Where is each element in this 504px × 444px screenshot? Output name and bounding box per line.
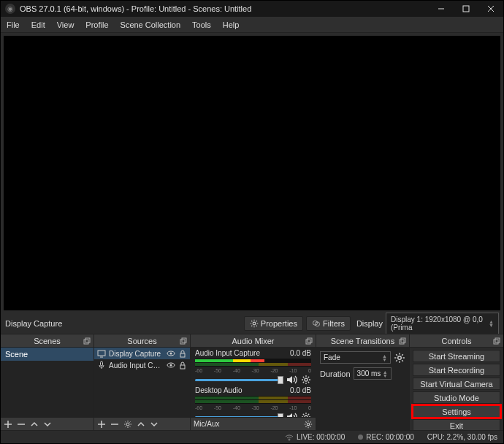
channel-db: 0.0 dB <box>290 386 311 394</box>
transitions-header: Scene Transitions <box>316 334 409 348</box>
obs-window: ◉ OBS 27.0.1 (64-bit, windows) - Profile… <box>0 0 504 444</box>
transitions-body: Fade ▲▼ Duration 300 ms ▲▼ <box>316 348 409 430</box>
meter-ticks: -60-50-40-30-20-100 <box>195 405 311 410</box>
channel-name: Audio Input Capture <box>195 349 260 357</box>
sources-list[interactable]: Display Capture Audio Input Captu... <box>94 348 190 417</box>
scene-up-button[interactable] <box>30 420 39 429</box>
svg-rect-16 <box>101 361 103 366</box>
display-select[interactable]: Display 1: 1920x1080 @ 0,0 (Prima ▲▼ <box>386 313 499 334</box>
channel-settings-icon[interactable] <box>301 412 311 417</box>
live-status: LIVE: 00:00:00 <box>285 433 345 441</box>
channel-db: 0.0 dB <box>290 349 311 357</box>
svg-rect-30 <box>495 338 500 342</box>
studio-mode-button[interactable]: Studio Mode <box>413 391 500 404</box>
slider-thumb[interactable] <box>278 376 283 384</box>
lock-icon[interactable] <box>178 349 187 358</box>
svg-point-14 <box>170 353 172 355</box>
settings-button[interactable]: Settings <box>413 405 500 418</box>
sources-dock: Sources Display Capture Audio Input Capt… <box>94 334 191 430</box>
svg-point-28 <box>398 356 402 359</box>
source-item[interactable]: Audio Input Captu... <box>94 359 190 371</box>
signal-icon <box>285 434 294 441</box>
menu-profile[interactable]: Profile <box>80 17 114 32</box>
lock-icon[interactable] <box>178 361 187 370</box>
duration-input[interactable]: 300 ms ▲▼ <box>354 367 392 380</box>
transition-select[interactable]: Fade ▲▼ <box>320 351 391 364</box>
minimize-button[interactable] <box>429 1 454 17</box>
exit-button[interactable]: Exit <box>413 419 500 430</box>
start-recording-button[interactable]: Start Recording <box>413 364 500 376</box>
source-down-button[interactable] <box>150 420 159 429</box>
source-up-button[interactable] <box>137 420 145 429</box>
menu-help[interactable]: Help <box>217 17 245 32</box>
filters-button[interactable]: Filters <box>306 316 351 331</box>
start-virtual-camera-button[interactable]: Start Virtual Camera <box>413 378 500 390</box>
svg-point-23 <box>305 378 308 381</box>
undock-icon[interactable] <box>493 337 500 345</box>
properties-button[interactable]: Properties <box>244 316 303 331</box>
add-source-button[interactable] <box>97 420 106 429</box>
undock-icon[interactable] <box>180 337 187 345</box>
speaker-icon[interactable] <box>286 412 298 417</box>
controls-body: Start Streaming Start Recording Start Vi… <box>410 348 503 430</box>
mixer-channel: Desktop Audio0.0 dB -60-50-40-30-20-100 <box>191 385 316 417</box>
mixer-settings-icon[interactable] <box>304 420 313 429</box>
add-scene-button[interactable] <box>4 420 12 429</box>
scenes-list[interactable]: Scene <box>1 348 93 417</box>
svg-rect-1 <box>463 6 469 12</box>
volume-slider[interactable] <box>195 379 283 381</box>
scenes-header: Scenes <box>1 334 93 348</box>
remove-scene-button[interactable] <box>17 420 26 429</box>
sources-footer <box>94 417 190 430</box>
mixer-footer: Mic/Aux <box>191 417 316 430</box>
visibility-icon[interactable] <box>167 361 175 370</box>
preview-canvas[interactable] <box>4 36 500 310</box>
slider-thumb[interactable] <box>278 413 283 418</box>
undock-icon[interactable] <box>83 337 91 345</box>
channel-settings-icon[interactable] <box>301 375 311 385</box>
close-button[interactable] <box>478 1 503 17</box>
channel-name: Mic/Aux <box>194 420 220 428</box>
transition-settings-icon[interactable] <box>394 352 405 364</box>
speaker-icon[interactable] <box>286 375 298 385</box>
scene-down-button[interactable] <box>43 420 52 429</box>
menu-file[interactable]: File <box>1 17 26 32</box>
visibility-icon[interactable] <box>167 349 175 358</box>
preview-area[interactable] <box>1 33 503 313</box>
remove-source-button[interactable] <box>110 420 119 429</box>
svg-rect-8 <box>85 338 90 342</box>
scene-item[interactable]: Scene <box>1 348 93 361</box>
svg-rect-7 <box>84 340 88 344</box>
svg-rect-19 <box>180 365 185 369</box>
svg-rect-29 <box>494 340 498 344</box>
svg-rect-21 <box>306 340 310 344</box>
obs-logo-icon: ◉ <box>5 4 15 14</box>
volume-slider[interactable] <box>195 416 283 418</box>
undock-icon[interactable] <box>305 337 313 345</box>
menu-scene-collection[interactable]: Scene Collection <box>115 17 187 32</box>
undock-icon[interactable] <box>399 337 406 345</box>
start-streaming-button[interactable]: Start Streaming <box>413 350 500 362</box>
record-dot-icon <box>358 435 363 440</box>
menu-edit[interactable]: Edit <box>26 17 51 32</box>
mixer-header: Audio Mixer <box>191 334 316 348</box>
maximize-button[interactable] <box>454 1 478 17</box>
controls-header: Controls <box>410 334 503 348</box>
level-meter <box>195 396 311 404</box>
scenes-dock: Scenes Scene <box>1 334 94 430</box>
source-properties-button[interactable] <box>123 420 132 429</box>
source-toolbar: Display Capture Properties Filters Displ… <box>1 313 503 334</box>
menu-tools[interactable]: Tools <box>186 17 217 32</box>
level-meter <box>195 359 311 367</box>
duration-label: Duration <box>320 370 351 378</box>
menu-view[interactable]: View <box>51 17 80 32</box>
display-icon <box>97 349 106 358</box>
window-title: OBS 27.0.1 (64-bit, windows) - Profile: … <box>20 4 429 13</box>
svg-point-25 <box>307 423 309 425</box>
selected-source-label: Display Capture <box>5 319 62 328</box>
source-item[interactable]: Display Capture <box>94 348 190 359</box>
svg-point-20 <box>126 423 129 426</box>
svg-rect-10 <box>182 338 186 342</box>
display-label: Display <box>356 319 383 328</box>
svg-point-24 <box>305 416 308 417</box>
